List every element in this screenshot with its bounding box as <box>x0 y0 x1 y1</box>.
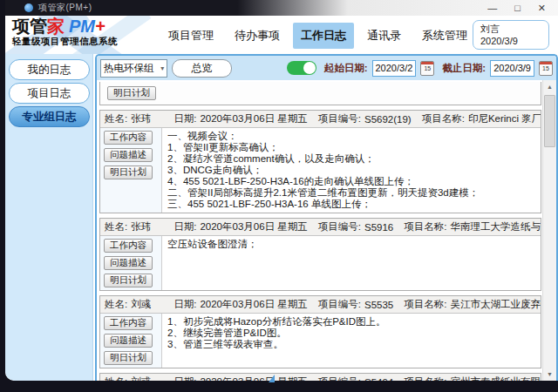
work-content-button[interactable]: 工作内容 <box>104 239 153 253</box>
group-select-value: 热电环保组 <box>104 62 154 75</box>
app-logo: 项管家PM+ 轻量级项目管理信息系统 <box>12 17 118 47</box>
project-no-value: S5692(19) <box>364 114 412 125</box>
calendar-icon[interactable]: 15 <box>539 61 553 76</box>
resize-indicator <box>269 375 275 382</box>
log-entries: 明日计划 姓名: 张玮 日期: 2020年03月06日 星期五 项目编号: S5… <box>99 82 541 381</box>
sidebar-item-group-log[interactable]: 专业组日志 <box>9 106 90 127</box>
name-value: 张玮 <box>131 220 151 233</box>
close-icon[interactable]: ✕ <box>538 3 546 13</box>
logo-text-red: 家 <box>47 17 65 36</box>
chevron-down-icon: ▾ <box>160 64 164 72</box>
sidebar-item-my-log[interactable]: 我的日志 <box>9 59 90 80</box>
work-content-button[interactable]: 工作内容 <box>104 131 153 145</box>
project-name-label: 项目名称: <box>404 220 446 233</box>
log-entry-body: 工作内容问题描述明日计划 一、视频会议：1、管架II更新标高确认；2、凝结水管道… <box>100 128 541 213</box>
date-filter-toggle[interactable] <box>287 61 316 75</box>
calendar-icon[interactable]: 15 <box>420 61 434 76</box>
desktop-background-strip <box>0 381 558 392</box>
project-name-value: 印尼Kerinci 浆厂 <box>468 112 541 125</box>
scrollbar-thumb[interactable] <box>544 95 555 147</box>
content-line: 2、凝结水管道comment确认，以及走向确认； <box>167 153 479 165</box>
group-select[interactable]: 热电环保组 ▾ <box>100 59 167 78</box>
user-name: 刘言 <box>480 23 541 35</box>
log-entry: 姓名: 刘彧 日期: 2020年03月06日 星期五 项目编号: S5535 项… <box>99 295 541 368</box>
tomorrow-plan-button[interactable]: 明日计划 <box>104 166 153 179</box>
end-date-input[interactable]: 2020/3/9 <box>490 60 534 77</box>
filter-bar: 热电环保组 ▾ 总览 起始日期: 2020/3/2 15 截止日期: 2020/… <box>97 56 556 81</box>
log-entry-body: 工作内容问题描述明日计划 空压站设备图澄清； <box>100 236 541 290</box>
project-no-value: S5535 <box>364 300 393 310</box>
log-list-area: 明日计划 姓名: 张玮 日期: 2020年03月06日 星期五 项目编号: S5… <box>97 80 556 381</box>
work-content-button[interactable]: 工作内容 <box>104 316 153 330</box>
content-line: 一、视频会议： <box>167 131 479 142</box>
window-titlebar: 项管家(PM+) — □ ✕ <box>5 0 558 16</box>
date-label: 日期: <box>174 220 196 233</box>
content-line: 2、继续完善管道P&ID图。 <box>167 328 385 339</box>
log-entry-body: 工作内容问题描述明日计划 1、初步完成将Hazop分析结论落实在P&ID图上。2… <box>100 314 541 368</box>
toggle-knob <box>303 62 316 74</box>
name-label: 姓名: <box>105 298 127 311</box>
tomorrow-plan-button[interactable]: 明日计划 <box>104 351 153 365</box>
overview-button[interactable]: 总览 <box>172 59 231 78</box>
entry-content: 1、初步完成将Hazop分析结论落实在P&ID图上。2、继续完善管道P&ID图。… <box>162 314 391 368</box>
content-line: 4、455 5021-LBF-250-H3A-16的走向确认单线图上传； <box>167 176 479 187</box>
project-no-label: 项目编号: <box>318 298 361 311</box>
scroll-up-icon[interactable]: ▲ <box>543 80 556 93</box>
log-entry-header: 姓名: 刘彧 日期: 2020年03月06日 星期五 项目编号: S5535 项… <box>100 296 541 314</box>
logo-pm: PM <box>69 17 95 36</box>
date-value: 2020年03月06日 星期五 <box>200 298 307 311</box>
date-value: 2020年03月06日 星期五 <box>200 112 307 125</box>
name-label: 姓名: <box>105 112 127 125</box>
project-name-label: 项目名称: <box>404 298 446 311</box>
date-label: 日期: <box>174 112 196 125</box>
start-date-input[interactable]: 2020/3/2 <box>372 60 417 77</box>
problem-description-button[interactable]: 问题描述 <box>104 148 153 162</box>
tab-project-management[interactable]: 项目管理 <box>160 23 221 49</box>
content-line: 三、455 5021-LBF-250-H3A-16 单线图上传； <box>167 199 479 210</box>
app-subtitle: 轻量级项目管理信息系统 <box>12 36 118 47</box>
maximize-icon[interactable]: □ <box>514 3 521 13</box>
window-title: 项管家(PM+) <box>38 2 92 14</box>
log-entry: 姓名: 张玮 日期: 2020年03月06日 星期五 项目编号: S5916 项… <box>99 218 541 291</box>
sidebar: 我的日志 项目日志 专业组日志 <box>5 54 93 381</box>
partial-log-entry: 明日计划 <box>99 82 541 105</box>
tab-todo-items[interactable]: 待办事项 <box>227 23 288 49</box>
tab-work-log[interactable]: 工作日志 <box>293 23 354 49</box>
project-name-value: 华南理工大学造纸与污染控制国家 <box>450 220 541 233</box>
tab-contacts[interactable]: 通讯录 <box>359 23 409 49</box>
tomorrow-plan-button[interactable]: 明日计划 <box>107 86 156 100</box>
date-label: 日期: <box>174 298 196 311</box>
log-entry-header: 姓名: 张玮 日期: 2020年03月06日 星期五 项目编号: S5692(1… <box>100 111 541 128</box>
content-line: 二、管架II局部标高提升2.1米管道二维布置图更新，明天提资3d建模； <box>167 187 479 199</box>
tomorrow-plan-button[interactable]: 明日计划 <box>104 274 153 287</box>
entry-button-column: 工作内容问题描述明日计划 <box>100 314 162 368</box>
project-no-label: 项目编号: <box>318 112 361 125</box>
main-panel: 热电环保组 ▾ 总览 起始日期: 2020/3/2 15 截止日期: 2020/… <box>95 54 558 381</box>
minimize-icon[interactable]: — <box>487 3 497 13</box>
sidebar-item-project-log[interactable]: 项目日志 <box>9 83 90 104</box>
log-entry: 姓名: 张玮 日期: 2020年03月06日 星期五 项目编号: S5692(1… <box>99 110 541 213</box>
entry-button-column: 工作内容问题描述明日计划 <box>100 128 162 213</box>
logo-plus: + <box>95 17 105 36</box>
entry-content: 一、视频会议：1、管架II更新标高确认；2、凝结水管道comment确认，以及走… <box>162 128 484 213</box>
scroll-down-icon[interactable]: ▼ <box>543 368 556 381</box>
app-header: 项管家PM+ 轻量级项目管理信息系统 项目管理 待办事项 工作日志 通讯录 系统… <box>5 16 558 54</box>
logo-text-black: 项管 <box>12 17 47 36</box>
tab-system-management[interactable]: 系统管理 <box>414 23 475 49</box>
entry-content: 空压站设备图澄清； <box>162 236 263 290</box>
problem-description-button[interactable]: 问题描述 <box>104 334 153 348</box>
log-entry-header: 姓名: 刘彧 日期: 2020年03月06日 星期五 项目编号: S5494 项… <box>100 374 541 381</box>
project-no-value: S5916 <box>364 222 393 233</box>
app-icon <box>24 3 33 12</box>
problem-description-button[interactable]: 问题描述 <box>104 256 153 270</box>
main-nav-tabs: 项目管理 待办事项 工作日志 通讯录 系统管理 <box>160 23 475 49</box>
user-date: 2020/3/9 <box>480 35 541 47</box>
content-line: 3、管道三维等级表审查。 <box>167 339 385 350</box>
content-line: 空压站设备图澄清； <box>167 239 258 250</box>
content-line: 1、管架II更新标高确认； <box>167 142 479 153</box>
vertical-scrollbar[interactable]: ▲ ▼ <box>542 80 556 381</box>
user-info-box[interactable]: 刘言 2020/3/9 <box>473 20 549 50</box>
log-entry: 姓名: 刘彧 日期: 2020年03月06日 星期五 项目编号: S5494 项… <box>99 373 541 381</box>
project-no-label: 项目编号: <box>318 220 361 233</box>
project-name-label: 项目名称: <box>422 112 465 125</box>
